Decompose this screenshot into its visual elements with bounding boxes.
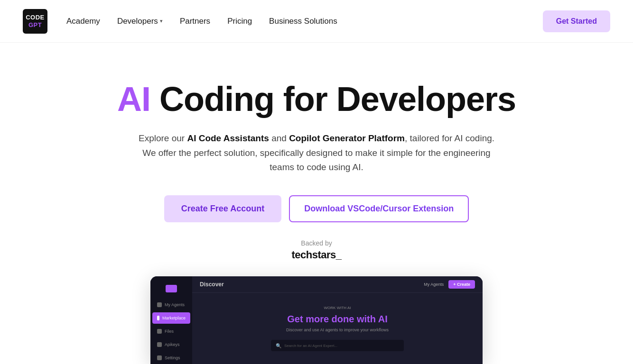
search-icon: 🔍 — [276, 343, 281, 348]
sidebar-item-marketplace[interactable]: Marketplace — [152, 312, 190, 324]
nav-item-business[interactable]: Business Solutions — [269, 17, 337, 26]
nav-link-developers[interactable]: Developers ▾ — [117, 17, 163, 26]
sidebar-logo — [166, 285, 177, 292]
techstars-logo: techstars_ — [291, 249, 341, 261]
app-screenshot: My Agents Marketplace Files Apikeys Sett… — [150, 276, 483, 364]
chevron-down-icon: ▾ — [160, 18, 163, 24]
app-content-title: Get more done with AI — [287, 314, 388, 325]
app-sidebar: My Agents Marketplace Files Apikeys Sett… — [150, 276, 192, 364]
backed-by-label: Backed by — [301, 239, 332, 247]
nav-link-academy[interactable]: Academy — [66, 17, 100, 26]
nav-item-developers[interactable]: Developers ▾ — [117, 17, 163, 26]
app-create-button[interactable]: + Create — [448, 280, 475, 289]
create-account-button[interactable]: Create Free Account — [164, 195, 281, 222]
sidebar-settings-icon — [157, 355, 162, 360]
nav-links: Academy Developers ▾ Partners Pricing Bu… — [66, 17, 337, 26]
hero-buttons: Create Free Account Download VSCode/Curs… — [164, 195, 469, 222]
app-content-subtitle: Discover and use AI agents to improve yo… — [286, 328, 389, 332]
sidebar-item-icon — [157, 302, 162, 307]
nav-link-business[interactable]: Business Solutions — [269, 17, 337, 26]
sidebar-apikeys-icon — [157, 342, 162, 347]
app-my-agents-label: My Agents — [424, 282, 444, 287]
app-content: WORK WITH AI Get more done with AI Disco… — [192, 293, 483, 364]
hero-title-ai: AI — [117, 80, 150, 118]
hero-subtitle: Explore our AI Code Assistants and Copil… — [131, 131, 502, 174]
get-started-button[interactable]: Get Started — [543, 10, 610, 32]
hero-section: AI Coding for Developers Explore our AI … — [0, 43, 633, 364]
sidebar-item-files[interactable]: Files — [152, 326, 190, 337]
app-topbar-right: My Agents + Create — [424, 280, 475, 289]
app-topbar-title: Discover — [200, 281, 224, 288]
navbar-left: CODE GPT Academy Developers ▾ Partners P… — [23, 9, 337, 34]
sidebar-item-apikeys[interactable]: Apikeys — [152, 339, 190, 350]
app-screenshot-inner: My Agents Marketplace Files Apikeys Sett… — [150, 276, 483, 364]
sidebar-item-label: My Agents — [165, 302, 185, 307]
hero-bold-1: AI Code Assistants — [187, 133, 269, 143]
app-topbar: Discover My Agents + Create — [192, 276, 483, 293]
app-search-bar[interactable]: 🔍 Search for an AI Agent Expert... — [271, 340, 404, 351]
app-work-with-ai-label: WORK WITH AI — [324, 306, 351, 310]
sidebar-header — [150, 282, 192, 297]
backed-by: Backed by techstars_ — [291, 239, 341, 261]
sidebar-item-myagents[interactable]: My Agents — [152, 299, 190, 310]
navbar: CODE GPT Academy Developers ▾ Partners P… — [0, 0, 633, 43]
download-extension-button[interactable]: Download VSCode/Cursor Extension — [289, 195, 469, 222]
nav-link-pricing[interactable]: Pricing — [227, 17, 252, 26]
sidebar-item-icon-active — [157, 316, 159, 320]
logo-text: CODE GPT — [26, 14, 45, 28]
nav-item-pricing[interactable]: Pricing — [227, 17, 252, 26]
sidebar-settings-label: Settings — [165, 355, 180, 360]
sidebar-files-label: Files — [165, 329, 174, 334]
nav-item-academy[interactable]: Academy — [66, 17, 100, 26]
sidebar-files-icon — [157, 329, 162, 334]
sidebar-item-settings[interactable]: Settings — [152, 352, 190, 364]
app-search-placeholder: Search for an AI Agent Expert... — [284, 344, 337, 348]
hero-bold-2: Copilot Generator Platform — [289, 133, 405, 143]
sidebar-item-label-active: Marketplace — [162, 316, 186, 320]
nav-link-partners[interactable]: Partners — [180, 17, 210, 26]
hero-title: AI Coding for Developers — [117, 81, 516, 118]
nav-item-partners[interactable]: Partners — [180, 17, 210, 26]
app-main: Discover My Agents + Create WORK WITH AI… — [192, 276, 483, 364]
logo[interactable]: CODE GPT — [23, 9, 47, 34]
logo-box: CODE GPT — [23, 9, 47, 34]
sidebar-apikeys-label: Apikeys — [165, 342, 180, 347]
